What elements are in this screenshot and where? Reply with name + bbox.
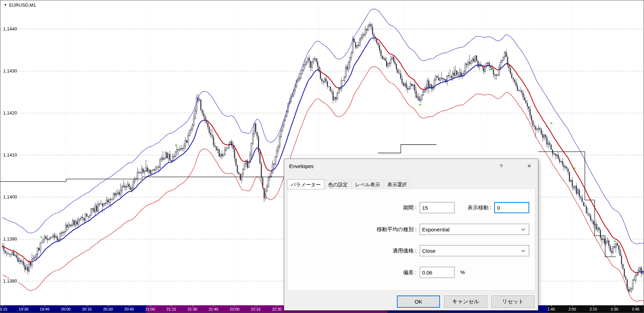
time-axis-label: 2:00 <box>568 307 576 311</box>
time-axis-tick <box>171 305 172 307</box>
ma-method-label: 移動平均の種別 : <box>284 226 416 233</box>
time-axis-label: 19:15 <box>0 307 7 311</box>
price-axis-label: 1.1400 <box>2 194 18 200</box>
price-axis: 1.14401.14301.14201.14101.14001.13901.13… <box>0 0 21 306</box>
envelopes-dialog: Envelopes ? × パラメーター 色の設定 レベル表示 表示選択 期間 … <box>284 159 538 311</box>
time-axis-tick <box>150 305 150 307</box>
mt-terminal-window: ▼ EURUSD,M1 1.14401.14301.14201.14101.14… <box>0 0 644 313</box>
time-axis-tick <box>636 305 636 307</box>
time-axis-label: 20:00 <box>61 307 71 311</box>
tab-colors[interactable]: 色の設定 <box>324 180 351 189</box>
tab-display[interactable]: 表示選択 <box>384 180 411 189</box>
deviation-suffix: % <box>460 269 465 275</box>
close-icon: × <box>527 162 531 170</box>
ok-button[interactable]: OK <box>397 295 440 308</box>
price-axis-label: 1.1430 <box>2 68 18 74</box>
time-axis-tick <box>87 305 87 307</box>
time-axis-tick <box>66 305 66 307</box>
price-axis-label: 1.1440 <box>2 26 18 32</box>
price-axis-label: 1.1380 <box>2 278 18 284</box>
time-axis-label: 1:45 <box>547 307 555 311</box>
time-axis-tick <box>129 305 130 307</box>
time-axis-tick <box>234 305 235 307</box>
time-axis-tick <box>2 305 3 307</box>
close-button[interactable]: × <box>522 159 537 173</box>
tab-levels[interactable]: レベル表示 <box>352 180 384 189</box>
shift-label: 表示移動 : <box>424 204 491 211</box>
help-icon: ? <box>500 163 503 169</box>
reset-button[interactable]: リセット <box>491 295 534 308</box>
time-axis-label: 2:45 <box>632 307 639 311</box>
deviation-label: 偏差 : <box>284 269 416 276</box>
time-axis-tick <box>108 305 108 307</box>
time-axis-label: 20:15 <box>82 307 92 311</box>
chevron-down-icon <box>521 250 525 252</box>
time-axis-label: 19:30 <box>19 307 29 311</box>
time-axis-tick <box>593 305 594 307</box>
ma-method-value: Exponential <box>422 227 449 232</box>
price-axis-label: 1.1390 <box>2 236 18 242</box>
time-axis-tick <box>23 305 24 307</box>
time-axis-label: 20:45 <box>124 307 134 311</box>
apply-price-select[interactable]: Close <box>420 245 529 256</box>
time-axis-label: 2:15 <box>590 307 597 311</box>
price-axis-label: 1.1410 <box>2 152 18 158</box>
apply-price-label: 適用価格 : <box>284 248 416 254</box>
time-axis-tick <box>551 305 552 307</box>
chevron-down-icon <box>521 228 525 231</box>
cancel-button[interactable]: キャンセル <box>444 295 487 308</box>
apply-price-value: Close <box>422 248 435 254</box>
time-axis-tick <box>256 305 256 307</box>
dialog-tabs: パラメーター 色の設定 レベル表示 表示選択 <box>287 179 411 189</box>
symbol-label: ▼ EURUSD,M1 <box>4 2 36 8</box>
time-axis-label: 22:00 <box>230 307 240 311</box>
price-axis-label: 1.1420 <box>2 110 18 116</box>
time-axis-label: 22:15 <box>251 307 261 311</box>
time-axis-label: 21:45 <box>209 307 218 311</box>
time-axis-label: 22:30 <box>272 307 282 311</box>
time-axis-label: 21:30 <box>188 307 197 311</box>
ma-method-select[interactable]: Exponential <box>420 224 529 235</box>
time-axis-tick <box>45 305 45 307</box>
time-axis-label: 21:15 <box>167 307 176 311</box>
time-axis-tick <box>214 305 214 307</box>
shift-input[interactable] <box>494 202 529 213</box>
time-axis-label: 21:00 <box>145 307 155 311</box>
time-axis-tick <box>615 305 615 307</box>
deviation-input[interactable] <box>420 267 455 278</box>
time-axis-label: 2:30 <box>611 307 618 311</box>
symbol-text: EURUSD,M1 <box>9 2 36 8</box>
time-axis-tick <box>192 305 193 307</box>
tab-parameters[interactable]: パラメーター <box>287 179 324 189</box>
dialog-title: Envelopes <box>289 163 314 169</box>
dialog-titlebar[interactable]: Envelopes ? × <box>284 159 538 174</box>
symbol-dropdown-triangle-icon[interactable]: ▼ <box>4 3 7 7</box>
period-label: 期間 : <box>284 204 416 211</box>
time-axis-label: 19:45 <box>40 307 50 311</box>
help-button[interactable]: ? <box>493 159 509 173</box>
time-axis-tick <box>572 305 573 307</box>
time-axis-label: 20:30 <box>103 307 113 311</box>
time-axis-tick <box>277 305 277 307</box>
